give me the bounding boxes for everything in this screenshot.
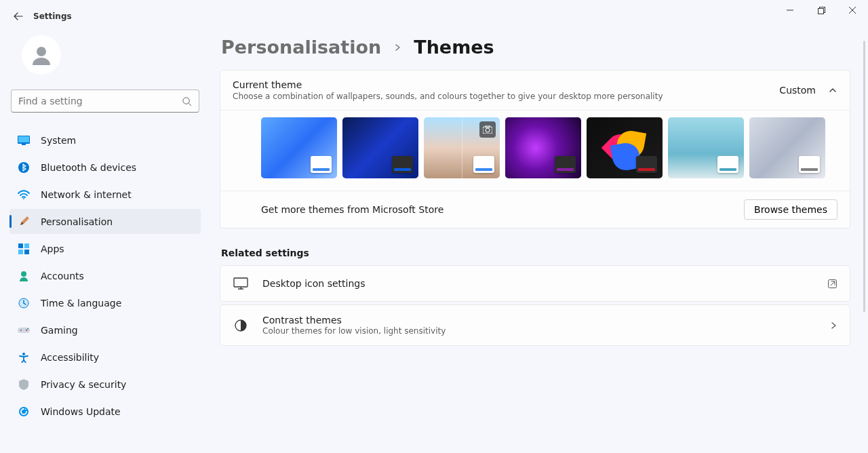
window-controls xyxy=(774,0,868,20)
svg-point-22 xyxy=(486,128,490,132)
current-theme-header[interactable]: Current theme Choose a combination of wa… xyxy=(220,71,850,110)
main-content: Personalisation Themes Current theme Cho… xyxy=(210,33,868,453)
svg-rect-5 xyxy=(18,136,29,142)
svg-point-3 xyxy=(183,97,189,103)
user-avatar[interactable] xyxy=(22,35,61,75)
brush-icon xyxy=(18,216,30,228)
search-box[interactable] xyxy=(11,90,199,113)
browse-themes-button[interactable]: Browse themes xyxy=(744,199,837,220)
current-theme-title: Current theme xyxy=(233,79,779,90)
setting-row-title: Desktop icon settings xyxy=(262,278,827,289)
app-title: Settings xyxy=(33,12,72,21)
bluetooth-icon xyxy=(18,161,30,174)
svg-point-18 xyxy=(27,328,28,330)
theme-tile-glow[interactable] xyxy=(505,117,581,178)
theme-tile-windows-light[interactable] xyxy=(261,117,337,178)
minimize-button[interactable] xyxy=(774,0,806,20)
time-icon xyxy=(18,297,30,309)
update-icon xyxy=(18,406,30,418)
sidebar-item-gaming[interactable]: Gaming xyxy=(9,317,201,342)
close-button[interactable] xyxy=(837,0,868,20)
theme-swatch xyxy=(311,156,332,173)
desktop-icon-settings-row[interactable]: Desktop icon settings xyxy=(220,265,850,302)
nav-label: Time & language xyxy=(41,298,121,309)
close-icon xyxy=(849,7,856,14)
sidebar-item-bluetooth[interactable]: Bluetooth & devices xyxy=(9,155,201,180)
wifi-icon xyxy=(18,189,30,201)
svg-point-13 xyxy=(21,271,26,277)
svg-point-16 xyxy=(20,330,22,331)
current-theme-value: Custom xyxy=(779,85,816,96)
store-row: Get more themes from Microsoft Store Bro… xyxy=(220,191,850,228)
svg-rect-11 xyxy=(18,250,23,254)
svg-point-2 xyxy=(37,47,46,56)
sidebar-item-brush[interactable]: Personalisation xyxy=(9,209,201,234)
theme-tile-sunrise[interactable] xyxy=(749,117,825,178)
theme-tile-captured-motion[interactable] xyxy=(668,117,744,178)
setting-row-desc: Colour themes for low vision, light sens… xyxy=(262,326,829,336)
desktop-icon xyxy=(233,275,249,292)
theme-tile-flow[interactable] xyxy=(587,117,663,178)
nav-list: SystemBluetooth & devicesNetwork & inter… xyxy=(9,127,201,424)
nav-label: System xyxy=(41,135,76,146)
chevron-right-icon xyxy=(393,43,401,52)
maximize-button[interactable] xyxy=(806,0,837,20)
system-icon xyxy=(18,134,30,146)
current-theme-desc: Choose a combination of wallpapers, soun… xyxy=(233,92,779,101)
svg-point-17 xyxy=(26,330,27,331)
store-text: Get more themes from Microsoft Store xyxy=(261,204,744,215)
sidebar-item-accounts[interactable]: Accounts xyxy=(9,263,201,288)
svg-rect-9 xyxy=(18,243,23,248)
svg-rect-1 xyxy=(818,8,823,14)
sidebar-item-system[interactable]: System xyxy=(9,127,201,153)
sidebar-item-apps[interactable]: Apps xyxy=(9,236,201,261)
nav-label: Personalisation xyxy=(41,216,113,227)
theme-tile-windows-dark[interactable] xyxy=(342,117,418,178)
back-button[interactable] xyxy=(5,3,32,30)
current-theme-card: Current theme Choose a combination of wa… xyxy=(220,70,850,229)
minimize-icon xyxy=(787,7,793,14)
gaming-icon xyxy=(18,324,30,336)
chevron-right-icon xyxy=(829,321,837,330)
breadcrumb-parent[interactable]: Personalisation xyxy=(221,37,381,58)
privacy-icon xyxy=(18,378,30,391)
theme-swatch xyxy=(392,156,413,173)
contrast-themes-row[interactable]: Contrast themes Colour themes for low vi… xyxy=(220,304,850,346)
apps-icon xyxy=(18,243,30,255)
theme-tile-spotlight[interactable] xyxy=(424,117,500,178)
sidebar-item-time[interactable]: Time & language xyxy=(9,290,201,315)
sidebar-item-wifi[interactable]: Network & internet xyxy=(9,182,201,207)
svg-point-19 xyxy=(22,353,25,355)
title-bar: Settings xyxy=(0,0,868,33)
camera-badge-icon xyxy=(479,121,496,138)
svg-rect-12 xyxy=(24,250,29,254)
sidebar-item-accessibility[interactable]: Accessibility xyxy=(9,344,201,370)
nav-label: Privacy & security xyxy=(41,379,126,390)
nav-label: Bluetooth & devices xyxy=(41,162,136,173)
contrast-icon xyxy=(233,317,249,334)
nav-label: Windows Update xyxy=(41,406,121,417)
svg-rect-6 xyxy=(22,144,26,145)
nav-label: Gaming xyxy=(41,325,78,336)
scrollbar[interactable] xyxy=(863,41,865,312)
maximize-icon xyxy=(818,7,825,14)
sidebar-item-privacy[interactable]: Privacy & security xyxy=(9,372,201,397)
search-icon xyxy=(182,96,192,106)
chevron-up-icon xyxy=(828,85,837,95)
breadcrumb-current: Themes xyxy=(414,37,494,58)
breadcrumb: Personalisation Themes xyxy=(220,37,850,58)
theme-swatch xyxy=(799,156,820,173)
back-arrow-icon xyxy=(13,11,24,22)
sidebar-item-update[interactable]: Windows Update xyxy=(9,399,201,424)
external-link-icon xyxy=(827,279,837,289)
accounts-icon xyxy=(18,270,30,282)
user-icon xyxy=(30,43,53,66)
related-settings-title: Related settings xyxy=(221,248,850,258)
theme-swatch xyxy=(717,156,738,173)
svg-rect-24 xyxy=(234,278,248,287)
search-input[interactable] xyxy=(18,96,182,106)
nav-label: Accounts xyxy=(41,271,84,281)
svg-point-8 xyxy=(23,198,24,199)
setting-row-title: Contrast themes xyxy=(262,315,829,326)
themes-grid xyxy=(220,110,850,191)
